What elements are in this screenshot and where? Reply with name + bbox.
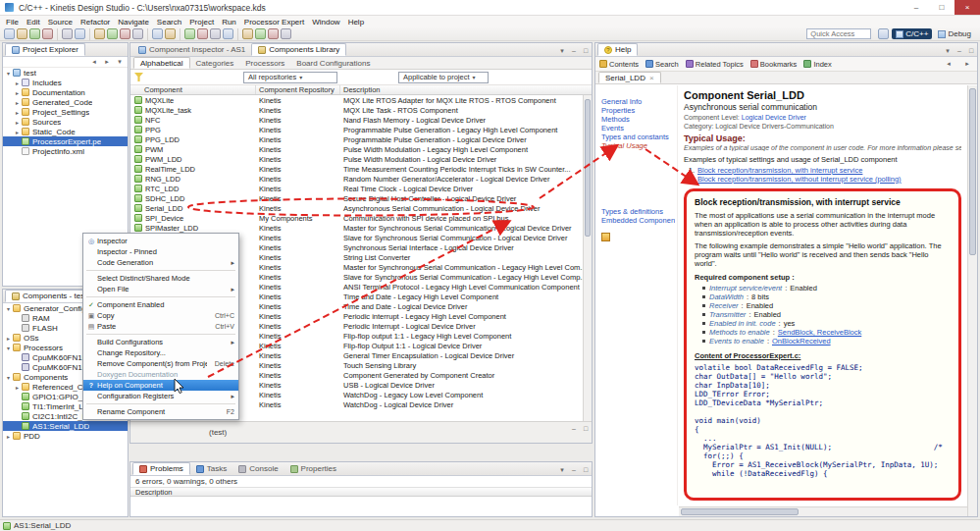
table-row-spimaster-ldd[interactable]: SPIMaster_LDDKinetisMaster for Synchrono… bbox=[130, 223, 583, 233]
help-horizontal-scrollbar[interactable] bbox=[679, 506, 967, 516]
setup-property-value[interactable]: OnBlockReceived bbox=[772, 337, 831, 345]
project-item-static-code[interactable]: ▸Static_Code bbox=[3, 127, 128, 136]
minimize-button[interactable]: – bbox=[903, 0, 929, 15]
back-icon[interactable] bbox=[242, 28, 253, 39]
tab-problems[interactable]: Problems bbox=[132, 462, 190, 475]
bookmarks-button[interactable]: Bookmarks bbox=[750, 60, 798, 69]
menu-item-build-configurations[interactable]: Build Configurations▸ bbox=[83, 337, 238, 347]
table-row-ppg-ldd[interactable]: PPG_LDDKinetisProgrammable Pulse Generat… bbox=[130, 134, 583, 144]
last-edit-location-icon[interactable] bbox=[223, 28, 233, 39]
nav-link-general-info[interactable]: General Info bbox=[601, 97, 675, 106]
tree-collapse-icon[interactable]: ▾ bbox=[5, 70, 12, 77]
external-tools-icon[interactable] bbox=[120, 28, 130, 39]
tree-expand-icon[interactable]: ▸ bbox=[5, 335, 12, 342]
maximize-button[interactable]: □ bbox=[929, 0, 954, 15]
column-header-description[interactable]: Description bbox=[340, 85, 592, 94]
tree-collapse-icon[interactable]: ▾ bbox=[5, 345, 12, 351]
menu-processor-expert[interactable]: Processor Expert bbox=[240, 18, 308, 27]
tab-tasks[interactable]: Tasks bbox=[190, 462, 232, 475]
menu-window[interactable]: Window bbox=[308, 18, 343, 27]
maximize-icon[interactable] bbox=[580, 45, 592, 56]
make-targets-icon[interactable] bbox=[132, 28, 143, 39]
menu-source[interactable]: Source bbox=[44, 18, 77, 27]
nav-link-types-and-constants[interactable]: Types and constants bbox=[601, 133, 675, 141]
save-all-icon[interactable] bbox=[29, 28, 40, 39]
menu-refactor[interactable]: Refactor bbox=[77, 18, 114, 27]
table-row-mqxlite[interactable]: MQXLiteKinetisMQX Lite RTOS Adapter for … bbox=[130, 95, 583, 105]
generate-code-icon[interactable] bbox=[165, 28, 176, 39]
table-row-nfc[interactable]: NFCKinetisNand Flash Memory - Logical De… bbox=[130, 115, 583, 125]
view-menu-icon[interactable] bbox=[942, 45, 954, 56]
menu-item-component-enabled[interactable]: Component Enabled bbox=[83, 299, 238, 310]
menu-item-code-generation[interactable]: Code Generation▸ bbox=[83, 257, 238, 268]
maximize-icon[interactable] bbox=[580, 464, 592, 475]
debug-icon[interactable] bbox=[94, 28, 105, 39]
forward-icon[interactable] bbox=[255, 28, 266, 39]
scrollbar-thumb[interactable] bbox=[681, 508, 799, 515]
maximize-icon[interactable] bbox=[580, 423, 592, 434]
tree-expand-icon[interactable]: ▸ bbox=[14, 384, 21, 391]
tab-board-configurations[interactable]: Board Configurations bbox=[290, 57, 376, 69]
project-item-test[interactable]: ▾test bbox=[3, 68, 128, 78]
tab-categories[interactable]: Categories bbox=[190, 57, 240, 69]
menu-item-inspector[interactable]: Inspector bbox=[83, 236, 238, 246]
search-icon[interactable] bbox=[184, 28, 195, 39]
menu-item-paste[interactable]: PasteCtrl+V bbox=[83, 321, 238, 332]
tree-expand-icon[interactable]: ▸ bbox=[14, 80, 21, 86]
save-icon[interactable] bbox=[17, 28, 27, 39]
tab-serial-ldd[interactable]: Serial_LDD bbox=[598, 72, 661, 83]
menu-project[interactable]: Project bbox=[185, 18, 218, 27]
minimize-icon[interactable] bbox=[954, 45, 965, 56]
table-row-sdhc-ldd[interactable]: SDHC_LDDKinetisSecure Digital Host Contr… bbox=[130, 193, 583, 203]
print-icon[interactable] bbox=[42, 28, 53, 39]
scrollbar-thumb[interactable] bbox=[585, 99, 591, 237]
table-row-pwm-ldd[interactable]: PWM_LDDKinetisPulse Width Modulation - L… bbox=[130, 154, 583, 164]
applicability-filter-select[interactable]: Applicable to project bbox=[398, 72, 489, 83]
processor-expert-icon[interactable] bbox=[152, 28, 163, 39]
table-row-pwm[interactable]: PWMKinetisPulse Width Modulation - Legac… bbox=[130, 144, 583, 154]
nav-link-methods[interactable]: Methods bbox=[601, 115, 675, 124]
previous-annotation-icon[interactable] bbox=[281, 28, 291, 39]
project-item-generated-code[interactable]: ▸Generated_Code bbox=[3, 97, 128, 107]
minimize-icon[interactable] bbox=[568, 464, 580, 475]
maximize-icon[interactable] bbox=[965, 45, 977, 56]
table-row-serial-ldd[interactable]: Serial_LDDKinetisAsynchronous Serial Com… bbox=[130, 203, 583, 213]
open-element-icon[interactable] bbox=[197, 28, 208, 39]
column-header-component[interactable]: Component bbox=[130, 85, 256, 94]
library-vertical-scrollbar[interactable] bbox=[583, 95, 592, 421]
search-button[interactable]: Search bbox=[645, 60, 679, 69]
tree-collapse-icon[interactable]: ▾ bbox=[5, 305, 12, 312]
menu-item-remove-component-s-from-project[interactable]: Remove Component(s) from ProjectDelete bbox=[83, 358, 238, 369]
tab-alphabetical[interactable]: Alphabetical bbox=[133, 57, 190, 69]
tree-collapse-icon[interactable]: ▾ bbox=[5, 374, 12, 381]
menu-item-doxygen-documentation[interactable]: Doxygen Documentation bbox=[83, 369, 238, 380]
tab-processors[interactable]: Processors bbox=[239, 57, 290, 69]
view-menu-icon[interactable] bbox=[114, 57, 126, 68]
collapse-all-icon[interactable] bbox=[88, 57, 100, 68]
table-row-spi-device[interactable]: SPI_DeviceMy ComponentsCommunication wit… bbox=[130, 213, 583, 223]
menu-search[interactable]: Search bbox=[153, 18, 185, 27]
menu-navigate[interactable]: Navigate bbox=[114, 18, 153, 27]
menu-file[interactable]: File bbox=[2, 18, 23, 27]
tree-expand-icon[interactable]: ▸ bbox=[14, 129, 21, 135]
table-row-realtime-ldd[interactable]: RealTime_LDDKinetisTime Measurement Coun… bbox=[130, 164, 583, 174]
nav-link-types-definitions[interactable]: Types & definitions bbox=[601, 207, 675, 216]
table-row-rng-ldd[interactable]: RNG_LDDKinetisRandom Number Generator/Ac… bbox=[130, 174, 583, 184]
menu-item-copy[interactable]: CopyCtrl+C bbox=[83, 310, 238, 321]
forward-icon[interactable] bbox=[961, 59, 973, 70]
tab-component-inspector-as1[interactable]: Component Inspector - AS1 bbox=[132, 43, 251, 56]
project-item-project-settings[interactable]: ▸Project_Settings bbox=[3, 107, 128, 117]
example-link-block-reception-transmission-without-interrupt-service-polling[interactable]: Block reception/transmission, without in… bbox=[697, 175, 902, 184]
run-icon[interactable] bbox=[107, 28, 118, 39]
nav-link-events[interactable]: Events bbox=[601, 124, 675, 133]
repository-filter-select[interactable]: All repositories bbox=[243, 72, 337, 83]
menu-item-select-distinct-shared-mode[interactable]: Select Distinct/Shared Mode bbox=[83, 273, 238, 284]
close-button[interactable]: × bbox=[954, 0, 980, 15]
view-menu-icon[interactable] bbox=[556, 464, 568, 475]
nav-link-properties[interactable]: Properties bbox=[601, 106, 675, 115]
help-vertical-scrollbar[interactable] bbox=[967, 85, 977, 516]
perspective-c-c[interactable]: C/C++ bbox=[892, 28, 932, 39]
perspective-debug[interactable]: Debug bbox=[934, 28, 975, 39]
menu-item-change-repository[interactable]: Change Repository... bbox=[83, 347, 238, 358]
project-item-projectinfo-xml[interactable]: ProjectInfo.xml bbox=[3, 146, 128, 156]
